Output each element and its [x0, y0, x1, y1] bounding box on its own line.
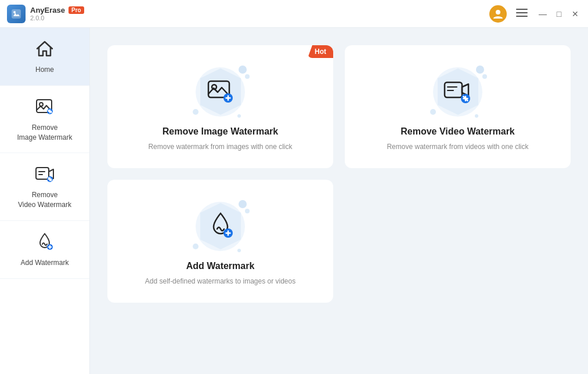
- sidebar-item-add-watermark[interactable]: Add Watermark: [0, 221, 89, 279]
- title-bar-left: AnyErase Pro 2.0.0: [7, 5, 84, 23]
- hot-badge: Hot: [308, 45, 333, 58]
- main-layout: Home RemoveImage Watermark: [0, 28, 588, 374]
- content-area: Hot: [90, 28, 588, 374]
- app-version: 2.0.0: [30, 14, 84, 21]
- sidebar-item-remove-image[interactable]: RemoveImage Watermark: [0, 86, 89, 154]
- svg-rect-0: [12, 9, 21, 19]
- sidebar-item-remove-video[interactable]: RemoveVideo Watermark: [0, 153, 89, 221]
- remove-image-card-icon-area: [192, 63, 250, 121]
- sidebar-item-remove-video-label: RemoveVideo Watermark: [18, 190, 71, 210]
- sidebar-item-add-watermark-label: Add Watermark: [21, 258, 69, 268]
- sidebar-item-home-label: Home: [35, 65, 54, 75]
- title-bar-right: — □ ✕: [489, 5, 581, 23]
- card-remove-image-title: Remove Image Watermark: [163, 126, 279, 137]
- svg-rect-4: [516, 12, 528, 13]
- card-remove-video-desc: Remove watermark from videos with one cl…: [387, 143, 528, 151]
- pro-badge: Pro: [68, 6, 84, 14]
- minimize-button[interactable]: —: [537, 8, 549, 20]
- app-name-text: AnyErase: [30, 6, 65, 14]
- title-bar: AnyErase Pro 2.0.0 — □ ✕: [0, 0, 588, 28]
- card-remove-video[interactable]: Remove Video Watermark Remove watermark …: [345, 45, 571, 168]
- svg-point-1: [13, 11, 16, 13]
- remove-video-icon: [34, 164, 55, 187]
- menu-icon[interactable]: [514, 5, 530, 22]
- top-cards-row: Hot: [107, 45, 571, 168]
- card-remove-image[interactable]: Hot: [107, 45, 333, 168]
- maximize-button[interactable]: □: [553, 8, 565, 20]
- app-name: AnyErase Pro: [30, 6, 84, 14]
- sidebar-item-remove-image-label: RemoveImage Watermark: [17, 123, 73, 143]
- add-watermark-card-icon-area: [192, 197, 250, 255]
- card-remove-image-desc: Remove watermark from images with one cl…: [148, 143, 292, 151]
- close-button[interactable]: ✕: [569, 8, 581, 20]
- svg-point-2: [496, 10, 500, 14]
- remove-image-icon: [34, 96, 55, 119]
- bottom-cards-row: Add Watermark Add self-defined watermark…: [107, 180, 571, 303]
- remove-video-card-icon-area: [429, 63, 487, 121]
- svg-rect-5: [516, 16, 528, 17]
- sidebar-item-home[interactable]: Home: [0, 28, 89, 86]
- svg-rect-10: [36, 168, 49, 179]
- card-add-watermark-title: Add Watermark: [186, 261, 255, 271]
- card-add-watermark-desc: Add self-defined watermarks to images or…: [145, 277, 295, 285]
- user-icon[interactable]: [489, 5, 507, 23]
- svg-point-7: [39, 103, 43, 106]
- add-watermark-icon: [34, 231, 55, 255]
- svg-rect-3: [516, 9, 528, 10]
- app-icon: [7, 5, 26, 23]
- card-add-watermark[interactable]: Add Watermark Add self-defined watermark…: [107, 180, 333, 303]
- app-name-group: AnyErase Pro 2.0.0: [30, 6, 84, 21]
- window-controls: — □ ✕: [537, 8, 581, 20]
- card-remove-video-title: Remove Video Watermark: [401, 126, 515, 137]
- sidebar: Home RemoveImage Watermark: [0, 28, 90, 374]
- home-icon: [34, 38, 55, 61]
